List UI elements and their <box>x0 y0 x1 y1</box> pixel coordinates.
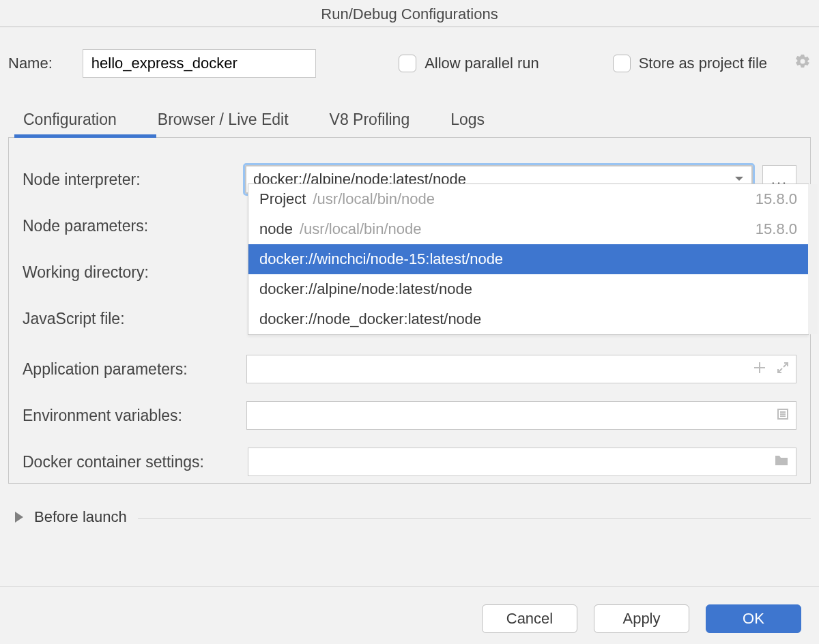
store-file-label: Store as project file <box>639 55 767 72</box>
name-label: Name: <box>8 55 53 72</box>
cancel-button[interactable]: Cancel <box>482 604 577 633</box>
checkbox-icon <box>399 55 416 72</box>
tab-v8-profiling[interactable]: V8 Profiling <box>330 108 410 137</box>
docker-settings-input[interactable] <box>248 448 796 476</box>
plus-icon[interactable] <box>753 360 766 378</box>
app-params-label: Application parameters: <box>23 360 246 379</box>
interpreter-label: Node interpreter: <box>23 171 245 189</box>
tab-browser-live-edit[interactable]: Browser / Live Edit <box>158 108 289 137</box>
allow-parallel-label: Allow parallel run <box>425 55 539 72</box>
footer-separator <box>0 586 819 587</box>
apply-button[interactable]: Apply <box>594 604 689 633</box>
expand-icon[interactable] <box>777 360 789 378</box>
separator-line <box>138 518 811 519</box>
option-path: /usr/local/bin/node <box>300 220 422 238</box>
tab-configuration[interactable]: Configuration <box>23 108 117 137</box>
option-name: node <box>259 220 293 238</box>
option-name: docker://winchci/node-15:latest/node <box>259 250 503 268</box>
env-vars-input[interactable] <box>246 401 796 430</box>
footer-buttons: Cancel Apply OK <box>482 604 801 633</box>
option-path: /usr/local/bin/node <box>313 190 435 208</box>
gear-icon[interactable] <box>794 53 811 74</box>
config-panel: Node interpreter: docker://alpine/node:l… <box>8 137 811 484</box>
option-version: 15.8.0 <box>756 220 797 238</box>
option-name: docker://alpine/node:latest/node <box>259 280 472 298</box>
js-file-label: JavaScript file: <box>23 310 248 328</box>
name-row: Name: Allow parallel run Store as projec… <box>0 27 819 108</box>
option-name: docker://node_docker:latest/node <box>259 310 481 328</box>
before-launch-label: Before launch <box>34 508 127 526</box>
folder-icon[interactable] <box>774 453 789 471</box>
before-launch-section[interactable]: Before launch <box>0 484 819 526</box>
option-name: Project <box>259 190 306 208</box>
node-params-label: Node parameters: <box>23 217 248 235</box>
ok-button[interactable]: OK <box>706 604 801 633</box>
tab-bar: Configuration Browser / Live Edit V8 Pro… <box>0 108 819 137</box>
interpreter-option-docker-nodedocker[interactable]: docker://node_docker:latest/node <box>248 304 808 334</box>
allow-parallel-checkbox[interactable]: Allow parallel run <box>399 55 539 72</box>
interpreter-option-project[interactable]: Project /usr/local/bin/node 15.8.0 <box>248 184 808 214</box>
option-version: 15.8.0 <box>756 190 797 208</box>
tab-logs[interactable]: Logs <box>450 108 485 137</box>
interpreter-option-docker-alpine[interactable]: docker://alpine/node:latest/node <box>248 274 808 304</box>
working-dir-label: Working directory: <box>23 263 248 282</box>
store-file-checkbox[interactable]: Store as project file <box>613 55 767 72</box>
env-vars-label: Environment variables: <box>23 407 246 425</box>
interpreter-option-docker-winchci[interactable]: docker://winchci/node-15:latest/node <box>248 244 808 274</box>
docker-settings-label: Docker container settings: <box>23 453 248 471</box>
name-input[interactable] <box>83 49 316 78</box>
interpreter-dropdown: Project /usr/local/bin/node 15.8.0 node … <box>248 184 809 335</box>
dialog-title: Run/Debug Configurations <box>0 0 819 27</box>
disclosure-triangle-icon <box>15 512 23 523</box>
interpreter-option-node[interactable]: node /usr/local/bin/node 15.8.0 <box>248 214 808 244</box>
list-icon[interactable] <box>777 407 789 424</box>
dropdown-scrollbar[interactable] <box>808 184 818 334</box>
app-params-input[interactable] <box>246 355 796 383</box>
checkbox-icon <box>613 55 631 72</box>
